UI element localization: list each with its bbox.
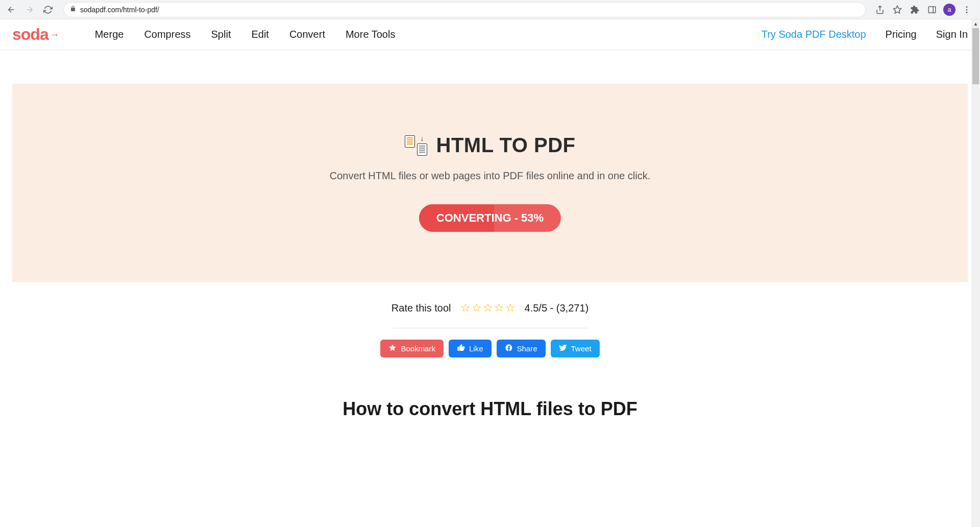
hero-title: HTML TO PDF <box>436 134 576 157</box>
kebab-menu-icon[interactable] <box>961 4 973 16</box>
star-filled-icon <box>388 344 397 353</box>
convert-button-label: CONVERTING - 53% <box>436 211 544 224</box>
share-button[interactable]: Share <box>497 340 546 357</box>
reload-button[interactable] <box>41 3 55 17</box>
main-nav: Merge Compress Split Edit Convert More T… <box>95 29 396 40</box>
like-button[interactable]: Like <box>449 340 492 357</box>
hero-panel: ↓ HTML TO PDF Convert HTML files or web … <box>12 84 968 282</box>
tweet-label: Tweet <box>571 344 592 353</box>
extensions-icon[interactable] <box>909 4 921 16</box>
html-to-pdf-icon: ↓ <box>405 135 427 156</box>
bookmark-button[interactable]: Bookmark <box>380 340 444 357</box>
scrollbar-thumb[interactable] <box>972 28 979 84</box>
like-label: Like <box>469 344 483 353</box>
nav-pricing[interactable]: Pricing <box>886 29 917 40</box>
nav-merge[interactable]: Merge <box>95 29 124 40</box>
lock-icon <box>70 6 76 13</box>
howto-title: How to convert HTML files to PDF <box>0 398 980 420</box>
convert-button[interactable]: CONVERTING - 53% <box>419 204 561 232</box>
thumbs-up-icon <box>457 344 465 353</box>
logo[interactable]: soda→ <box>12 25 59 44</box>
scrollbar-up-icon[interactable]: ▲ <box>971 19 980 28</box>
profile-avatar[interactable]: a <box>943 4 955 16</box>
divider <box>393 328 587 328</box>
share-page-icon[interactable] <box>874 4 886 16</box>
nav-signin[interactable]: Sign In <box>936 29 968 40</box>
twitter-icon <box>559 344 567 353</box>
share-row: Bookmark Like Share Tweet <box>0 340 980 357</box>
site-header: soda→ Merge Compress Split Edit Convert … <box>0 19 980 50</box>
svg-rect-1 <box>928 7 936 13</box>
back-button[interactable] <box>4 3 18 17</box>
hero-subtitle: Convert HTML files or web pages into PDF… <box>22 170 958 182</box>
side-panel-icon[interactable] <box>926 4 938 16</box>
facebook-icon <box>505 344 513 353</box>
svg-marker-6 <box>389 344 396 351</box>
star-1-icon[interactable]: ☆ <box>460 301 471 315</box>
url-text: sodapdf.com/html-to-pdf/ <box>80 6 859 14</box>
star-3-icon[interactable]: ☆ <box>483 301 493 315</box>
logo-text: soda <box>12 25 48 44</box>
svg-point-4 <box>966 9 968 10</box>
tweet-button[interactable]: Tweet <box>551 340 600 357</box>
nav-convert[interactable]: Convert <box>289 29 325 40</box>
rating-score: 4.5/5 - (3,271) <box>525 302 589 314</box>
browser-toolbar: sodapdf.com/html-to-pdf/ a <box>0 0 980 19</box>
nav-compress[interactable]: Compress <box>144 29 190 40</box>
rating-row: Rate this tool ☆ ☆ ☆ ☆ ☆ 4.5/5 - (3,271) <box>0 301 980 315</box>
bookmark-star-icon[interactable] <box>891 4 903 16</box>
svg-marker-0 <box>894 6 901 13</box>
rate-label: Rate this tool <box>391 302 451 314</box>
nav-try-desktop[interactable]: Try Soda PDF Desktop <box>762 29 866 40</box>
bookmark-label: Bookmark <box>401 344 435 353</box>
star-rating: ☆ ☆ ☆ ☆ ☆ <box>460 301 516 315</box>
logo-arrow-icon: → <box>50 29 59 40</box>
star-2-icon[interactable]: ☆ <box>472 301 482 315</box>
star-4-icon[interactable]: ☆ <box>494 301 504 315</box>
forward-button[interactable] <box>22 3 37 17</box>
address-bar[interactable]: sodapdf.com/html-to-pdf/ <box>63 2 866 17</box>
share-label: Share <box>517 344 537 353</box>
scrollbar[interactable]: ▲ <box>971 19 980 420</box>
nav-more-tools[interactable]: More Tools <box>346 29 395 40</box>
svg-point-3 <box>966 6 968 8</box>
svg-point-5 <box>966 11 968 13</box>
nav-edit[interactable]: Edit <box>251 29 268 40</box>
star-5-icon[interactable]: ☆ <box>505 301 516 315</box>
right-nav: Try Soda PDF Desktop Pricing Sign In <box>762 29 968 40</box>
nav-split[interactable]: Split <box>211 29 231 40</box>
